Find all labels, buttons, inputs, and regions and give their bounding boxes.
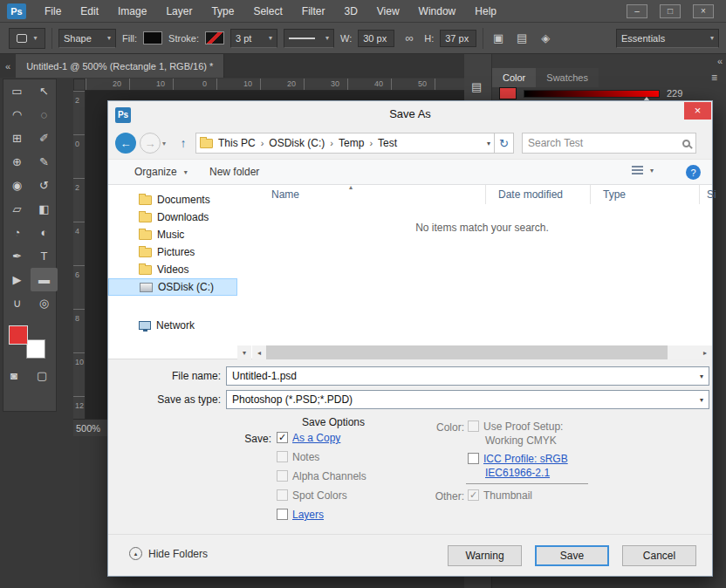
layers-checkbox[interactable] xyxy=(277,509,288,520)
zoom-level[interactable]: 500% xyxy=(76,423,100,434)
menu-window[interactable]: Window xyxy=(409,0,466,23)
height-input[interactable]: 37 px xyxy=(440,30,476,47)
minimize-button[interactable]: – xyxy=(627,4,647,18)
background-color-swatch[interactable] xyxy=(26,339,45,359)
as-a-copy-label[interactable]: As a Copy xyxy=(292,432,340,444)
tab-swatches[interactable]: Swatches xyxy=(536,68,599,87)
menu-help[interactable]: Help xyxy=(465,0,506,23)
fill-swatch[interactable] xyxy=(143,31,162,44)
history-brush-tool[interactable]: ↺ xyxy=(31,174,58,197)
clone-stamp-tool[interactable]: ◉ xyxy=(3,174,31,197)
search-icon[interactable] xyxy=(682,140,690,147)
forward-button[interactable]: → xyxy=(140,133,161,154)
column-header-size[interactable]: Si xyxy=(699,185,712,204)
refresh-button[interactable]: ↻ xyxy=(495,133,514,154)
chevron-down-icon[interactable]: ▾ xyxy=(700,396,703,404)
file-browser[interactable]: ▴ Name Date modified Type Si Documents D… xyxy=(108,185,712,359)
tree-item-osdisk[interactable]: OSDisk (C:) xyxy=(108,278,237,296)
help-button[interactable]: ? xyxy=(686,165,701,180)
file-name-input[interactable]: Untitled-1.psd ▾ xyxy=(226,366,709,386)
rectangular-marquee-tool[interactable]: ▭ xyxy=(3,79,31,103)
menu-filter[interactable]: Filter xyxy=(292,0,335,23)
path-arrangement-icon[interactable]: ◈ xyxy=(537,31,554,44)
collapse-panels-icon[interactable]: « xyxy=(717,56,723,66)
breadcrumb-test[interactable]: Test xyxy=(378,137,397,149)
type-tool[interactable]: T xyxy=(31,244,58,268)
save-as-type-select[interactable]: Photoshop (*.PSD;*.PDD) ▾ xyxy=(226,390,709,409)
tree-item-videos[interactable]: Videos xyxy=(108,261,237,278)
chevron-down-icon[interactable]: ▾ xyxy=(700,373,703,380)
collapsed-panel-icon[interactable]: ▤ xyxy=(471,80,482,93)
width-input[interactable]: 30 px xyxy=(358,30,394,47)
brush-tool[interactable]: ✎ xyxy=(31,150,58,174)
move-tool[interactable]: ↖ xyxy=(31,79,58,103)
up-one-level-button[interactable]: ↑ xyxy=(175,134,192,152)
change-view-button[interactable]: ▾ xyxy=(632,166,654,175)
column-header-date-modified[interactable]: Date modified xyxy=(485,185,590,204)
menu-image[interactable]: Image xyxy=(108,0,156,23)
red-value[interactable]: 229 xyxy=(667,88,682,99)
as-a-copy-checkbox[interactable]: ✓ xyxy=(277,432,288,443)
red-slider[interactable] xyxy=(524,90,660,98)
tree-item-documents[interactable]: Documents xyxy=(108,191,237,209)
scroll-right-button[interactable]: ▸ xyxy=(698,345,712,359)
color-preview-swatch[interactable] xyxy=(499,87,517,99)
stroke-swatch[interactable] xyxy=(205,31,224,44)
breadcrumb-temp[interactable]: Temp xyxy=(339,137,364,149)
tool-preset-button[interactable]: ▾ xyxy=(9,28,45,49)
hide-folders-button[interactable]: ▴ Hide Folders xyxy=(129,547,208,560)
stroke-width-select[interactable]: 3 pt ▾ xyxy=(230,29,277,48)
breadcrumb-this-pc[interactable]: This PC xyxy=(218,137,256,149)
menu-layer[interactable]: Layer xyxy=(156,0,202,23)
tab-color[interactable]: Color xyxy=(492,68,536,87)
gradient-tool[interactable]: ◧ xyxy=(31,197,58,221)
cancel-button[interactable]: Cancel xyxy=(622,545,696,566)
scrollbar-thumb[interactable] xyxy=(266,345,668,359)
menu-3d[interactable]: 3D xyxy=(334,0,366,23)
icc-profile-checkbox[interactable] xyxy=(468,453,479,464)
tree-item-music[interactable]: Music xyxy=(108,226,237,243)
history-dropdown-icon[interactable]: ▾ xyxy=(162,140,166,147)
menu-file[interactable]: File xyxy=(35,0,71,23)
path-operations-icon[interactable]: ▣ xyxy=(490,31,507,44)
warning-button[interactable]: Warning xyxy=(448,545,522,566)
menu-edit[interactable]: Edit xyxy=(71,0,108,23)
path-alignment-icon[interactable]: ▤ xyxy=(513,31,531,44)
panel-menu-icon[interactable]: ≡ xyxy=(711,72,717,84)
tree-item-pictures[interactable]: Pictures xyxy=(108,243,237,261)
link-dimensions-icon[interactable]: ∞ xyxy=(401,31,418,44)
crop-tool[interactable]: ⊞ xyxy=(3,126,31,150)
workspace-select[interactable]: Essentials ▾ xyxy=(616,29,719,48)
zoom-tool[interactable]: ◎ xyxy=(31,291,58,315)
new-folder-button[interactable]: New folder xyxy=(209,166,259,178)
screen-mode-button[interactable]: ▢ xyxy=(37,369,47,382)
maximize-button[interactable]: □ xyxy=(660,4,681,18)
tree-item-network[interactable]: Network xyxy=(108,317,237,334)
scroll-left-button[interactable]: ◂ xyxy=(252,345,266,359)
dodge-tool[interactable]: ◐ xyxy=(31,221,58,244)
foreground-color-swatch[interactable] xyxy=(9,325,28,345)
save-button[interactable]: Save xyxy=(535,545,609,566)
lasso-tool[interactable]: ◠ xyxy=(3,103,31,126)
icc-profile-label[interactable]: ICC Profile: sRGB xyxy=(483,453,568,465)
menu-view[interactable]: View xyxy=(367,0,409,23)
organize-button[interactable]: Organize ▾ xyxy=(134,166,188,178)
back-button[interactable]: ← xyxy=(115,133,136,154)
tree-scroll-down-button[interactable]: ▾ xyxy=(237,345,251,359)
column-header-type[interactable]: Type xyxy=(590,185,699,204)
breadcrumb-osdisk[interactable]: OSDisk (C:) xyxy=(269,137,325,149)
tab-overflow-left-icon[interactable]: « xyxy=(0,61,16,72)
breadcrumb-dropdown-icon[interactable]: ▾ xyxy=(487,140,490,147)
hand-tool[interactable]: ∪ xyxy=(3,291,31,315)
search-input[interactable] xyxy=(528,137,682,149)
healing-brush-tool[interactable]: ⊕ xyxy=(3,150,31,174)
eyedropper-tool[interactable]: ✐ xyxy=(31,126,58,150)
stroke-style-select[interactable]: ▾ xyxy=(284,29,334,48)
quick-mask-button[interactable]: ◙ xyxy=(10,369,17,382)
eraser-tool[interactable]: ▱ xyxy=(3,197,31,221)
rectangle-shape-tool[interactable]: ▬ xyxy=(31,268,58,291)
horizontal-scrollbar[interactable] xyxy=(252,345,712,359)
tree-item-downloads[interactable]: Downloads xyxy=(108,209,237,226)
menu-type[interactable]: Type xyxy=(202,0,243,23)
document-tab[interactable]: Untitled-1 @ 500% (Rectangle 1, RGB/16) … xyxy=(16,54,224,78)
